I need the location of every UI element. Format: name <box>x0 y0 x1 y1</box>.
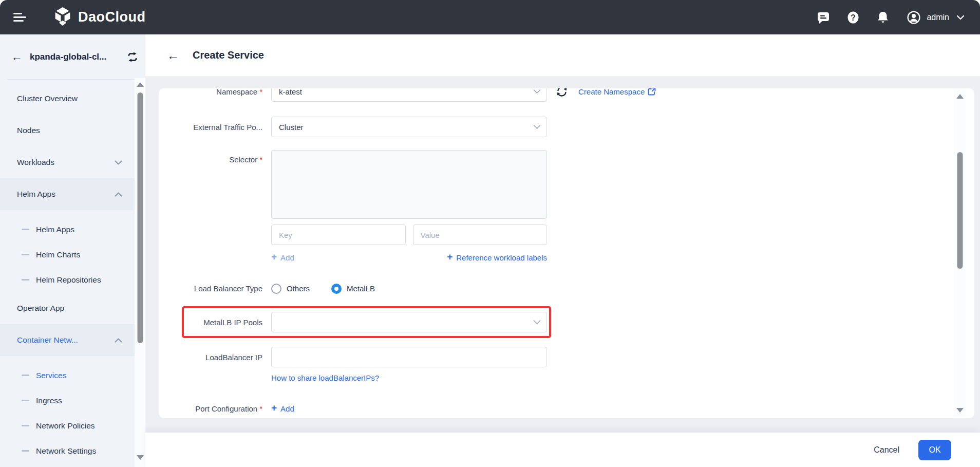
lb-ip-input[interactable] <box>271 347 547 367</box>
sidebar-item-container-network-group[interactable]: Container Netw... <box>0 324 135 356</box>
sidebar-item-ingress[interactable]: Ingress <box>0 388 135 413</box>
scroll-down-arrow[interactable] <box>137 455 144 460</box>
sidebar-item-helm-apps-group[interactable]: Helm Apps <box>0 178 135 210</box>
reference-workload-labels-button[interactable]: + Reference workload labels <box>447 252 547 263</box>
sidebar-nav: Cluster Overview Nodes Workloads Helm Ap… <box>0 83 135 463</box>
switch-cluster-icon[interactable] <box>127 52 138 62</box>
namespace-value: k-atest <box>279 88 302 96</box>
topbar-actions: ? admin <box>800 11 965 24</box>
page-back-icon[interactable]: ← <box>167 48 179 63</box>
cancel-button[interactable]: Cancel <box>874 445 899 455</box>
metallb-pools-row: MetalLB IP Pools <box>159 306 974 338</box>
create-service-form: Namespace* k-atest <box>159 88 974 415</box>
create-namespace-link[interactable]: Create Namespace <box>578 88 656 96</box>
footer-actions: Cancel OK <box>145 433 980 467</box>
required-mark: * <box>259 155 262 164</box>
selector-value-input[interactable] <box>413 225 548 245</box>
selector-key-input[interactable] <box>271 225 406 245</box>
lb-type-label: Load Balancer Type <box>174 284 262 293</box>
plus-icon: + <box>271 402 277 414</box>
sidebar-divider <box>7 79 138 80</box>
required-mark: * <box>259 88 262 96</box>
chevron-down-icon <box>533 89 541 94</box>
dash-icon <box>22 375 29 376</box>
scroll-down-arrow[interactable] <box>956 408 964 413</box>
dash-icon <box>22 400 29 401</box>
sidebar-item-cluster-overview[interactable]: Cluster Overview <box>0 83 135 115</box>
share-loadbalancerips-link[interactable]: How to share loadBalancerIPs? <box>271 373 379 382</box>
top-navbar: DaoCloud ? <box>0 0 980 34</box>
page-title: Create Service <box>193 49 264 61</box>
chevron-down-icon <box>533 125 541 129</box>
brand-logo[interactable]: DaoCloud <box>53 7 146 28</box>
hamburger-menu-icon[interactable] <box>13 11 27 24</box>
port-config-label: Port Configuration* <box>174 404 262 413</box>
lb-type-option-metallb[interactable]: MetalLB <box>331 284 375 294</box>
selector-label: Selector* <box>174 150 262 164</box>
form-card: Namespace* k-atest <box>159 88 974 418</box>
selector-key-value-row <box>159 225 974 245</box>
sidebar: ← kpanda-global-cl... Cluster Overview N… <box>0 34 145 467</box>
selector-row: Selector* <box>159 150 974 219</box>
external-link-icon <box>648 88 656 96</box>
dash-icon <box>22 229 29 230</box>
external-traffic-value: Cluster <box>279 123 304 132</box>
scroll-up-arrow[interactable] <box>956 94 964 99</box>
selector-links-row: + Add + Reference workload labels <box>159 252 974 263</box>
external-traffic-row: External Traffic Po... Cluster <box>159 117 974 137</box>
sidebar-scrollbar-thumb[interactable] <box>137 92 143 343</box>
namespace-label: Namespace* <box>174 88 262 96</box>
sidebar-item-operator-app[interactable]: Operator App <box>0 292 135 324</box>
sidebar-item-network-settings[interactable]: Network Settings <box>0 438 135 463</box>
help-icon[interactable]: ? <box>846 11 860 24</box>
messages-icon[interactable] <box>817 11 830 24</box>
dash-icon <box>22 425 29 426</box>
selector-textarea[interactable] <box>271 150 547 219</box>
dash-icon <box>22 279 29 281</box>
lb-ip-help-row: How to share loadBalancerIPs? <box>159 372 974 383</box>
sidebar-item-helm-repositories[interactable]: Helm Repositories <box>0 267 135 292</box>
daocloud-cube-icon <box>53 7 72 28</box>
scroll-up-arrow[interactable] <box>137 82 144 87</box>
cluster-name: kpanda-global-cl... <box>30 52 127 62</box>
chevron-down-icon <box>115 160 122 165</box>
brand-name: DaoCloud <box>78 9 146 25</box>
lb-type-row: Load Balancer Type Others MetalLB <box>159 282 974 295</box>
add-selector-button[interactable]: + Add <box>271 252 294 263</box>
external-traffic-label: External Traffic Po... <box>174 123 262 132</box>
form-scrollbar-thumb[interactable] <box>957 152 963 269</box>
lb-type-option-others[interactable]: Others <box>271 284 310 294</box>
cluster-switcher: ← kpanda-global-cl... <box>0 42 145 72</box>
metallb-pools-label: MetalLB IP Pools <box>174 318 262 327</box>
form-scrollbar-track[interactable] <box>954 90 966 417</box>
required-mark: * <box>259 404 262 413</box>
add-port-button[interactable]: + Add <box>271 403 294 414</box>
sidebar-item-nodes[interactable]: Nodes <box>0 115 135 146</box>
sidebar-scrollbar-track[interactable] <box>135 78 145 467</box>
notifications-bell-icon[interactable] <box>876 11 890 24</box>
sidebar-item-helm-charts[interactable]: Helm Charts <box>0 242 135 267</box>
main-area: ← Create Service Namespace* k-atest <box>145 34 980 467</box>
sidebar-item-workloads[interactable]: Workloads <box>0 146 135 178</box>
radio-checked-icon <box>331 284 342 294</box>
sidebar-back-icon[interactable]: ← <box>11 50 23 64</box>
user-avatar[interactable] <box>907 11 920 24</box>
plus-icon: + <box>271 251 277 263</box>
user-menu-chevron-down-icon[interactable] <box>956 13 965 22</box>
app-window: DaoCloud ? <box>0 0 980 467</box>
metallb-pools-select[interactable] <box>271 312 547 332</box>
page-header: ← Create Service <box>145 34 980 76</box>
lb-ip-row: LoadBalancer IP <box>159 347 974 367</box>
radio-unchecked-icon <box>271 284 281 294</box>
username-label: admin <box>927 13 949 22</box>
ok-button[interactable]: OK <box>918 440 951 460</box>
dash-icon <box>22 254 29 255</box>
external-traffic-select[interactable]: Cluster <box>271 117 547 137</box>
sidebar-item-services[interactable]: Services <box>0 363 135 388</box>
namespace-select[interactable]: k-atest <box>271 88 547 102</box>
sidebar-item-network-policies[interactable]: Network Policies <box>0 413 135 438</box>
refresh-namespaces-icon[interactable] <box>556 88 568 98</box>
plus-icon: + <box>447 251 453 263</box>
svg-text:?: ? <box>851 13 856 22</box>
sidebar-item-helm-apps[interactable]: Helm Apps <box>0 217 135 242</box>
